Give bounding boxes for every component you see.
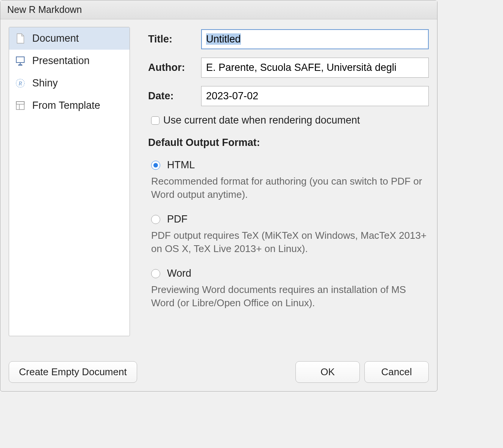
author-label: Author: (148, 62, 201, 74)
use-current-date-checkbox[interactable] (151, 116, 159, 125)
dialog-body: Document Presentation (0, 19, 437, 361)
use-current-date-row: Use current date when rendering document (151, 114, 429, 126)
title-label: Title: (148, 33, 201, 45)
sidebar-item-label: Shiny (32, 77, 58, 89)
date-row: Date: (148, 86, 429, 106)
svg-rect-8 (16, 102, 24, 104)
radio-option-pdf: PDF PDF output requires TeX (MiKTeX on W… (151, 213, 429, 255)
sidebar: Document Presentation (9, 27, 130, 336)
sidebar-item-label: From Template (32, 100, 100, 111)
sidebar-item-label: Document (32, 33, 79, 44)
main-panel: Title: Untitled Author: Date: Use curren… (148, 27, 429, 361)
template-icon (15, 100, 25, 111)
dialog-footer: Create Empty Document OK Cancel (0, 361, 437, 391)
radio-option-html: HTML Recommended format for authoring (y… (151, 159, 429, 201)
svg-rect-0 (16, 57, 24, 63)
radio-html[interactable] (151, 161, 160, 170)
radio-pdf[interactable] (151, 215, 160, 224)
radio-desc-html: Recommended format for authoring (you ca… (151, 175, 429, 201)
radio-desc-word: Previewing Word documents requires an in… (151, 283, 429, 310)
radio-row-html: HTML (151, 159, 429, 171)
sidebar-item-document[interactable]: Document (9, 27, 130, 50)
radio-option-word: Word Previewing Word documents requires … (151, 268, 429, 310)
create-empty-document-button[interactable]: Create Empty Document (9, 361, 137, 383)
output-format-heading: Default Output Format: (148, 137, 429, 149)
date-label: Date: (148, 90, 201, 102)
sidebar-item-from-template[interactable]: From Template (9, 94, 130, 117)
sidebar-item-label: Presentation (32, 55, 90, 67)
radio-label-html: HTML (167, 159, 195, 171)
output-format-group: HTML Recommended format for authoring (y… (151, 159, 429, 310)
presentation-icon (15, 56, 25, 66)
cancel-button[interactable]: Cancel (364, 361, 429, 383)
ok-button[interactable]: OK (295, 361, 360, 383)
dialog-title: New R Markdown (0, 0, 437, 19)
author-input[interactable] (201, 58, 429, 78)
sidebar-item-shiny[interactable]: R Shiny (9, 72, 130, 94)
svg-text:R: R (18, 80, 22, 86)
radio-row-pdf: PDF (151, 213, 429, 225)
author-row: Author: (148, 58, 429, 78)
radio-desc-pdf: PDF output requires TeX (MiKTeX on Windo… (151, 229, 429, 255)
radio-label-pdf: PDF (167, 213, 187, 225)
title-input[interactable]: Untitled (201, 29, 429, 49)
radio-word[interactable] (151, 269, 160, 278)
svg-rect-7 (16, 102, 24, 110)
sidebar-item-presentation[interactable]: Presentation (9, 50, 130, 72)
shiny-icon: R (15, 78, 25, 88)
radio-row-word: Word (151, 268, 429, 279)
date-input[interactable] (201, 86, 429, 106)
new-rmarkdown-dialog: New R Markdown Document (0, 0, 437, 392)
title-row: Title: Untitled (148, 29, 429, 49)
radio-label-word: Word (167, 268, 191, 279)
document-icon (15, 33, 25, 44)
use-current-date-label: Use current date when rendering document (163, 114, 360, 126)
